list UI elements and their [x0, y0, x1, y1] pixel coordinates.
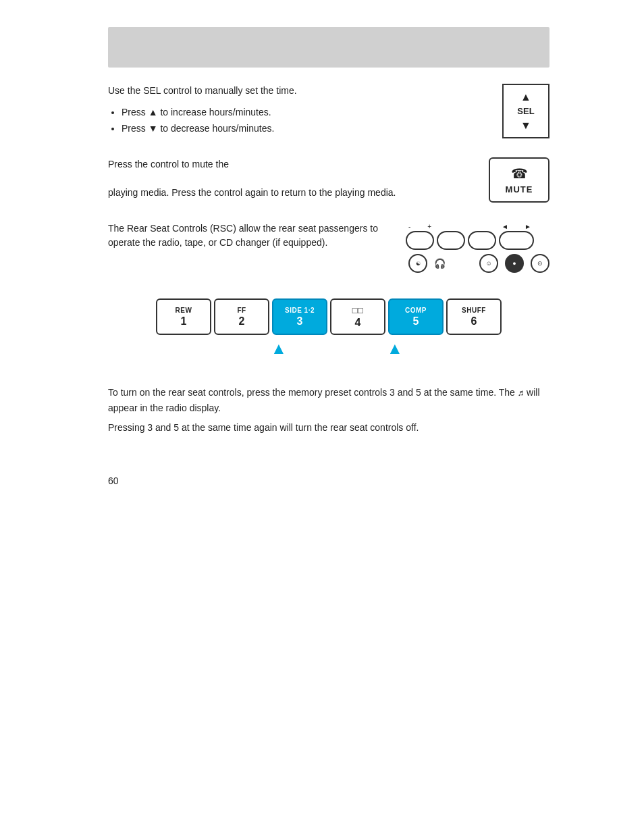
- arrow-indicators: ▲ ▲: [108, 339, 549, 359]
- preset-btn-3: SIDE 1·2 3: [272, 298, 327, 335]
- page-container: Use the SEL control to manually set the …: [0, 0, 644, 527]
- rsc-btn-ff: ◄ ►: [499, 231, 534, 250]
- sel-diagram: ▲ SEL ▼: [502, 84, 549, 138]
- preset-btn-3-num: 3: [297, 315, 303, 328]
- preset-btn-2-num: 2: [239, 315, 245, 328]
- header-bar: [108, 27, 549, 68]
- rsc-btn-3: [468, 231, 496, 250]
- rsc-symbol: ♬: [518, 388, 527, 398]
- rsc-text: The Rear Seat Controls (RSC) allow the r…: [108, 221, 406, 250]
- sel-arrow-down: ▼: [520, 119, 531, 132]
- rsc-btn-2: [437, 231, 465, 250]
- mute-text-before: Press the control to mute the: [108, 157, 468, 172]
- sel-text: Use the SEL control to manually set the …: [108, 84, 502, 137]
- page-number: 60: [108, 475, 549, 486]
- preset-btn-6-num: 6: [471, 315, 477, 328]
- preset-btn-1-label: REW: [176, 307, 192, 314]
- preset-section: REW 1 FF 2 SIDE 1·2 3 □□ 4 COMP 5 SHUFF …: [108, 292, 549, 366]
- preset-btn-6-label: SHUFF: [462, 307, 486, 314]
- mute-diagram: ☎ MUTE: [489, 157, 549, 203]
- sel-bullet2: Press ▼ to decrease hours/minutes.: [122, 121, 482, 137]
- preset-btn-5: COMP 5: [388, 298, 444, 335]
- sel-section: Use the SEL control to manually set the …: [108, 84, 549, 138]
- instruction-line2: Pressing 3 and 5 at the same time again …: [108, 420, 549, 435]
- rsc-small-circle-2: ☺: [479, 254, 498, 273]
- preset-btn-5-num: 5: [413, 315, 419, 328]
- rsc-headphone-icon: 🎧: [434, 258, 446, 269]
- preset-btn-4-num: 4: [355, 317, 361, 329]
- preset-btn-3-label: SIDE 1·2: [285, 307, 315, 314]
- rsc-btn-vol: - +: [406, 231, 434, 250]
- mute-text: Press the control to mute the playing me…: [108, 157, 489, 200]
- preset-btn-1-num: 1: [181, 315, 187, 328]
- preset-btn-2-label: FF: [237, 307, 246, 314]
- preset-row: REW 1 FF 2 SIDE 1·2 3 □□ 4 COMP 5 SHUFF …: [108, 298, 549, 335]
- sel-arrow-up: ▲: [520, 90, 531, 103]
- preset-btn-2: FF 2: [214, 298, 269, 335]
- sel-bullet1: Press ▲ to increase hours/minutes.: [122, 105, 482, 121]
- preset-btn-4: □□ 4: [330, 298, 385, 335]
- instruction-block: To turn on the rear seat controls, press…: [108, 385, 549, 435]
- instruction-line1: To turn on the rear seat controls, press…: [108, 385, 549, 415]
- arrow-3-indicator: ▲: [271, 339, 287, 358]
- sel-bullet1-text: Press ▲ to increase hours/minutes.: [122, 107, 271, 118]
- mute-section: Press the control to mute the playing me…: [108, 157, 549, 203]
- arrow-5-indicator: ▲: [387, 339, 403, 358]
- instruction-text-before: To turn on the rear seat controls, press…: [108, 387, 515, 398]
- preset-btn-5-label: COMP: [405, 307, 427, 314]
- rsc-diagram: - + ◄ ► ☯ 🎧 ☺: [406, 221, 549, 273]
- rsc-small-circle-4: ⊙: [531, 254, 549, 273]
- rsc-bottom-row: ☯ 🎧 ☺ ● ⊙: [406, 254, 549, 273]
- rsc-top-row: - + ◄ ►: [406, 221, 534, 250]
- preset-btn-4-label: □□: [352, 305, 364, 315]
- sel-bullet2-text: Press ▼ to decrease hours/minutes.: [122, 123, 274, 134]
- mute-label: MUTE: [506, 184, 533, 194]
- rsc-small-circle-1: ☯: [408, 254, 427, 273]
- rsc-small-circle-3: ●: [505, 254, 524, 273]
- sel-label: SEL: [517, 106, 534, 116]
- preset-btn-6: SHUFF 6: [446, 298, 502, 335]
- rsc-section: The Rear Seat Controls (RSC) allow the r…: [108, 221, 549, 273]
- rsc-description: The Rear Seat Controls (RSC) allow the r…: [108, 221, 392, 250]
- sel-description: Use the SEL control to manually set the …: [108, 84, 482, 98]
- mute-phone-icon: ☎: [511, 165, 528, 182]
- preset-btn-1: REW 1: [156, 298, 211, 335]
- mute-text-after: playing media. Press the control again t…: [108, 186, 468, 200]
